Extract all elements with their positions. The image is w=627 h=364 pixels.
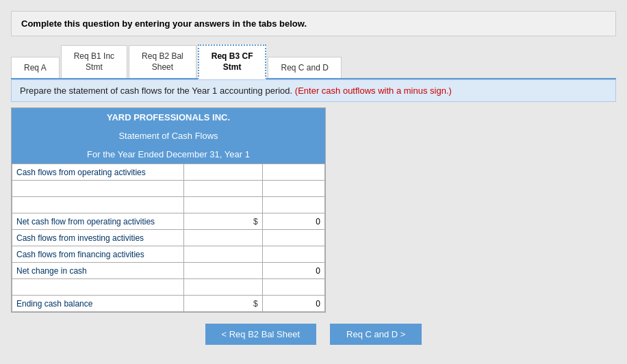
operating-input-1[interactable] xyxy=(184,164,261,180)
net-change-value: 0 xyxy=(262,263,324,279)
ending-cash-row: Ending cash balance $ 0 xyxy=(12,296,325,312)
nav-buttons: < Req B2 Bal Sheet Req C and D > xyxy=(11,324,616,345)
ending-cash-value: 0 xyxy=(262,296,324,312)
period: For the Year Ended December 31, Year 1 xyxy=(12,145,325,164)
extra-row xyxy=(12,279,325,296)
tab-req-b2[interactable]: Req B2 BalSheet xyxy=(129,45,196,78)
prev-button[interactable]: < Req B2 Bal Sheet xyxy=(205,324,317,345)
operating-input-3[interactable] xyxy=(184,197,261,213)
prepare-text: Prepare the statement of cash flows for … xyxy=(20,86,292,96)
extra-row-total xyxy=(262,279,324,296)
operating-header-row: Cash flows from operating activities xyxy=(12,164,325,181)
investing-header-label: Cash flows from investing activities xyxy=(12,230,184,246)
ending-cash-label: Ending cash balance xyxy=(12,296,184,312)
investing-total xyxy=(262,230,324,246)
operating-row2-label xyxy=(12,197,184,213)
operating-row-2 xyxy=(12,197,325,213)
next-button-label: Req C and D > xyxy=(346,329,405,339)
financing-input-cell[interactable] xyxy=(184,246,262,263)
operating-row-1 xyxy=(12,181,325,197)
tab-req-a[interactable]: Req A xyxy=(11,57,60,78)
net-cash-operating-row: Net cash flow from operating activities … xyxy=(12,213,325,230)
statement-title: Statement of Cash Flows xyxy=(12,127,325,145)
operating-row2-input-cell[interactable] xyxy=(184,197,262,213)
instruction-bar: Complete this question by entering your … xyxy=(11,11,616,36)
extra-row-label xyxy=(12,279,184,296)
operating-header-label: Cash flows from operating activities xyxy=(12,164,184,181)
net-cash-dollar: $ xyxy=(184,213,262,230)
investing-header-row: Cash flows from investing activities xyxy=(12,230,325,246)
net-change-label: Net change in cash xyxy=(12,263,184,279)
operating-row2-total xyxy=(262,197,324,213)
instruction-text: Complete this question by entering your … xyxy=(21,18,307,29)
net-cash-operating-value: 0 xyxy=(262,213,324,230)
operating-row1-label xyxy=(12,181,184,197)
tabs-row: Req A Req B1 IncStmt Req B2 BalSheet Req… xyxy=(11,43,616,79)
next-button[interactable]: Req C and D > xyxy=(330,324,422,345)
investing-input-cell[interactable] xyxy=(184,230,262,246)
tab-req-b3[interactable]: Req B3 CFStmt xyxy=(198,44,267,79)
tab-req-b1[interactable]: Req B1 IncStmt xyxy=(61,45,127,78)
operating-row1-total xyxy=(262,181,324,197)
net-change-row: Net change in cash 0 xyxy=(12,263,325,279)
cash-flow-statement: YARD PROFESSIONALS INC. Statement of Cas… xyxy=(11,107,326,313)
cf-table: Cash flows from operating activities Net… xyxy=(12,164,325,312)
operating-input-2[interactable] xyxy=(184,181,261,196)
prev-button-label: < Req B2 Bal Sheet xyxy=(222,329,300,339)
net-change-input-cell[interactable] xyxy=(184,263,262,279)
financing-input[interactable] xyxy=(184,246,261,262)
financing-total xyxy=(262,246,324,263)
net-change-input[interactable] xyxy=(184,263,261,278)
ending-cash-dollar: $ xyxy=(184,296,262,312)
net-cash-operating-label: Net cash flow from operating activities xyxy=(12,213,184,230)
extra-row-input-cell[interactable] xyxy=(184,279,262,296)
operating-row1-input-cell[interactable] xyxy=(184,181,262,197)
company-name: YARD PROFESSIONALS INC. xyxy=(12,108,325,127)
tab-req-c-d[interactable]: Req C and D xyxy=(268,57,341,78)
operating-header-input1[interactable] xyxy=(184,164,262,181)
extra-input[interactable] xyxy=(184,279,261,295)
financing-header-label: Cash flows from financing activities xyxy=(12,246,184,263)
prepare-instruction: Prepare the statement of cash flows for … xyxy=(11,79,616,102)
prepare-text-red: (Enter cash outflows with a minus sign.) xyxy=(295,86,452,96)
financing-header-row: Cash flows from financing activities xyxy=(12,246,325,263)
investing-input[interactable] xyxy=(184,230,261,246)
operating-header-total xyxy=(262,164,324,181)
